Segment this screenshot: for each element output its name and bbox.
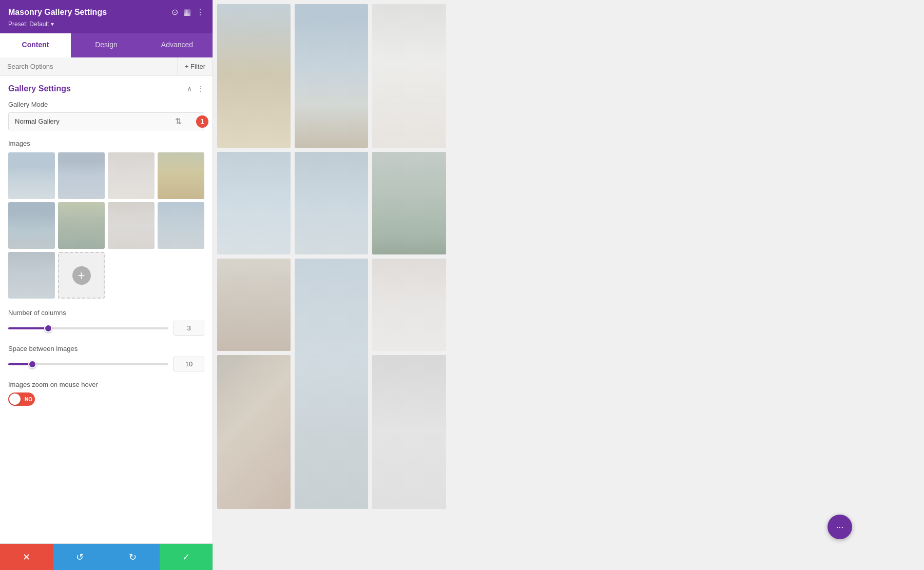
- tab-design[interactable]: Design: [71, 33, 142, 57]
- target-icon[interactable]: ⊙: [171, 7, 178, 17]
- image-thumb-9[interactable]: [8, 252, 55, 299]
- redo-button[interactable]: ↻: [106, 544, 160, 570]
- num-columns-fill: [8, 327, 48, 329]
- num-columns-section: Number of columns 3: [8, 309, 204, 336]
- gallery-image-6[interactable]: [372, 152, 446, 254]
- tab-content[interactable]: Content: [0, 33, 71, 57]
- toggle-label: NO: [25, 397, 32, 402]
- zoom-hover-section: Images zoom on mouse hover NO: [8, 381, 204, 406]
- space-between-label: Space between images: [8, 345, 204, 352]
- gallery-image-9[interactable]: [372, 259, 446, 351]
- space-between-slider-row: 10: [8, 357, 204, 371]
- num-columns-value[interactable]: 3: [174, 321, 204, 336]
- images-grid: +: [8, 152, 204, 299]
- image-thumb-2[interactable]: [58, 152, 105, 199]
- sidebar-content: Gallery Settings ∧ ⋮ Gallery Mode Normal…: [0, 76, 213, 543]
- zoom-hover-toggle-wrapper: NO: [8, 392, 204, 406]
- header-icons: ⊙ ▦ ⋮: [171, 7, 204, 17]
- preset-label[interactable]: Preset: Default ▾: [8, 21, 54, 28]
- section-title: Gallery Settings: [8, 84, 71, 93]
- sidebar: Masonry Gallery Settings ⊙ ▦ ⋮ Preset: D…: [0, 0, 213, 570]
- gallery-mode-badge: 1: [196, 115, 208, 128]
- gallery-image-8[interactable]: [295, 259, 368, 509]
- gallery-mode-select[interactable]: Normal Gallery Masonry Gallery Slider Ga…: [8, 112, 204, 130]
- gallery-grid: [213, 0, 450, 570]
- num-columns-thumb[interactable]: [44, 324, 52, 332]
- image-thumb-8[interactable]: [158, 202, 204, 249]
- chat-float-button[interactable]: ···: [827, 515, 852, 539]
- gallery-image-3[interactable]: [372, 4, 446, 148]
- toggle-knob: [9, 394, 21, 405]
- zoom-hover-label: Images zoom on mouse hover: [8, 381, 204, 388]
- num-columns-label: Number of columns: [8, 309, 204, 317]
- gallery-image-2[interactable]: [295, 4, 368, 148]
- save-button[interactable]: ✓: [160, 544, 213, 570]
- plus-icon: +: [72, 266, 91, 285]
- main-content: ···: [213, 0, 924, 570]
- search-bar: + Filter: [0, 57, 213, 76]
- image-thumb-1[interactable]: [8, 152, 55, 199]
- section-actions: ∧ ⋮: [187, 85, 204, 93]
- more-icon[interactable]: ⋮: [196, 7, 204, 17]
- gallery-image-11[interactable]: [372, 355, 446, 509]
- image-thumb-4[interactable]: [158, 152, 204, 199]
- image-thumb-3[interactable]: [108, 152, 155, 199]
- gallery-image-4[interactable]: [217, 152, 291, 254]
- gallery-mode-label: Gallery Mode: [8, 101, 204, 108]
- gallery-image-10[interactable]: [217, 355, 291, 509]
- image-thumb-7[interactable]: [108, 202, 155, 249]
- tab-advanced[interactable]: Advanced: [142, 33, 213, 57]
- gallery-image-1[interactable]: [217, 4, 291, 148]
- images-label: Images: [8, 140, 204, 147]
- add-image-button[interactable]: +: [58, 252, 105, 299]
- zoom-hover-toggle[interactable]: NO: [8, 392, 35, 406]
- bottom-toolbar: ✕ ↺ ↻ ✓: [0, 543, 213, 570]
- filter-button[interactable]: + Filter: [177, 57, 213, 75]
- gallery-settings-header: Gallery Settings ∧ ⋮: [8, 84, 204, 93]
- num-columns-slider-row: 3: [8, 321, 204, 336]
- space-between-value[interactable]: 10: [174, 357, 204, 371]
- space-between-track[interactable]: [8, 363, 168, 365]
- tabs: Content Design Advanced: [0, 33, 213, 57]
- search-input[interactable]: [0, 57, 177, 75]
- sidebar-header: Masonry Gallery Settings ⊙ ▦ ⋮ Preset: D…: [0, 0, 213, 33]
- collapse-icon[interactable]: ∧: [187, 85, 192, 93]
- cancel-button[interactable]: ✕: [0, 544, 53, 570]
- gallery-image-5[interactable]: [295, 152, 368, 254]
- gallery-mode-field: Normal Gallery Masonry Gallery Slider Ga…: [8, 112, 204, 130]
- num-columns-track[interactable]: [8, 327, 168, 329]
- space-between-thumb[interactable]: [28, 360, 36, 368]
- sidebar-title: Masonry Gallery Settings: [8, 8, 107, 17]
- section-more-icon[interactable]: ⋮: [197, 85, 204, 93]
- grid-icon[interactable]: ▦: [183, 7, 191, 17]
- image-thumb-6[interactable]: [58, 202, 105, 249]
- image-thumb-5[interactable]: [8, 202, 55, 249]
- undo-button[interactable]: ↺: [53, 544, 107, 570]
- space-between-section: Space between images 10: [8, 345, 204, 371]
- gallery-image-7[interactable]: [217, 259, 291, 351]
